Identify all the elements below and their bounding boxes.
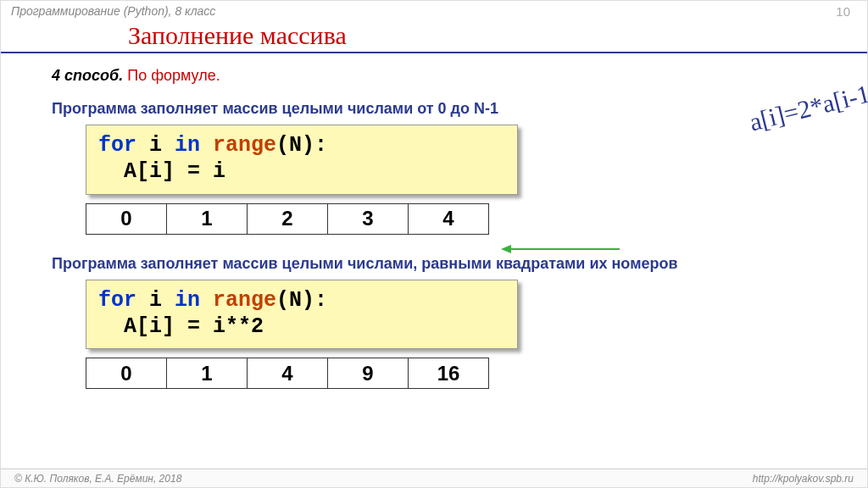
slide: Программирование (Python), 8 класс 10 За… (0, 0, 868, 488)
footer: © К.Ю. Поляков, Е.А. Ерёмин, 2018 http:/… (1, 469, 867, 487)
block2-array: 0 1 4 9 16 (86, 358, 489, 389)
method-dot: . (119, 67, 127, 84)
block1-array: 0 1 2 3 4 (86, 203, 489, 235)
code-text (200, 133, 213, 158)
array-cell: 2 (248, 203, 328, 234)
method-text: По формуле. (127, 67, 220, 84)
block1-code: for i in range(N): A[i] = i (86, 125, 518, 195)
arrow-line-icon (509, 248, 620, 250)
slide-title: Заполнение массива (128, 21, 347, 50)
content: 4 способ. По формуле. Программа заполняе… (52, 67, 842, 389)
array-cell: 0 (86, 203, 167, 234)
footer-right: http://kpolyakov.spb.ru (753, 473, 854, 485)
block1-desc: Программа заполняет массив целыми числам… (52, 100, 842, 118)
code-text: A[i] = i**2 (98, 314, 264, 339)
array-cell: 4 (248, 358, 328, 389)
array-cell: 1 (167, 203, 248, 234)
kw-for: for (98, 288, 136, 313)
page-number: 10 (836, 4, 850, 19)
footer-left: © К.Ю. Поляков, Е.А. Ерёмин, 2018 (14, 473, 181, 485)
array-cell: 16 (409, 358, 489, 389)
code-text: i (136, 133, 175, 158)
block2-desc: Программа заполняет массив целыми числам… (52, 255, 842, 273)
block2-code: for i in range(N): A[i] = i**2 (86, 280, 518, 350)
code-text: A[i] = i (98, 159, 225, 184)
array-cell: 0 (86, 358, 167, 389)
fn-range: range (213, 133, 276, 158)
method-label: 4 способ (52, 67, 119, 84)
code-text (200, 288, 213, 313)
array-cell: 3 (328, 203, 409, 234)
block2: Программа заполняет массив целыми числам… (52, 255, 842, 390)
title-rule (1, 52, 867, 53)
doc-header: Программирование (Python), 8 класс (11, 4, 215, 18)
method-line: 4 способ. По формуле. (52, 67, 842, 85)
code-text: (N): (276, 288, 327, 313)
kw-in: in (175, 133, 200, 158)
code-text: (N): (276, 133, 327, 158)
kw-in: in (175, 288, 200, 313)
array-cell: 1 (167, 358, 248, 389)
array-cell: 4 (409, 203, 489, 234)
arrow-left-icon (501, 245, 511, 253)
code-text: i (136, 288, 175, 313)
array-cell: 9 (328, 358, 409, 389)
fn-range: range (213, 288, 276, 313)
kw-for: for (98, 133, 136, 158)
